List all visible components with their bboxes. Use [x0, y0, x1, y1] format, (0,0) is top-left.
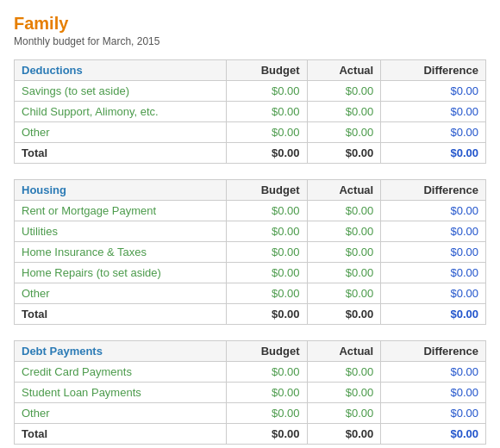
row-label-housing-0: Rent or Mortgage Payment [15, 201, 227, 221]
total-label-housing: Total [15, 304, 227, 325]
col-housing-0: Budget [227, 180, 307, 201]
row-budget-housing-0: $0.00 [227, 201, 307, 221]
row-difference-housing-4: $0.00 [381, 283, 486, 304]
total-budget-debt-payments: $0.00 [227, 424, 307, 445]
row-actual-debt-payments-2: $0.00 [307, 403, 381, 424]
row-actual-housing-1: $0.00 [307, 221, 381, 242]
total-actual-debt-payments: $0.00 [307, 424, 381, 445]
row-actual-deductions-0: $0.00 [307, 81, 381, 102]
row-actual-deductions-1: $0.00 [307, 102, 381, 122]
row-budget-debt-payments-0: $0.00 [227, 362, 307, 383]
table-row: Utilities$0.00$0.00$0.00 [15, 221, 486, 242]
total-budget-housing: $0.00 [227, 304, 307, 325]
row-actual-debt-payments-0: $0.00 [307, 362, 381, 383]
row-budget-housing-4: $0.00 [227, 283, 307, 304]
row-difference-debt-payments-2: $0.00 [381, 403, 486, 424]
row-actual-housing-4: $0.00 [307, 283, 381, 304]
table-row: Credit Card Payments$0.00$0.00$0.00 [15, 362, 486, 383]
row-budget-deductions-1: $0.00 [227, 102, 307, 122]
col-deductions-1: Actual [307, 60, 381, 81]
total-actual-housing: $0.00 [307, 304, 381, 325]
col-debt-payments-1: Actual [307, 341, 381, 362]
row-budget-housing-1: $0.00 [227, 221, 307, 242]
table-row: Other$0.00$0.00$0.00 [15, 122, 486, 143]
section-housing-header: Housing [15, 180, 227, 201]
table-row: Other$0.00$0.00$0.00 [15, 403, 486, 424]
total-row-deductions: Total$0.00$0.00$0.00 [15, 143, 486, 164]
row-difference-housing-3: $0.00 [381, 263, 486, 283]
row-label-housing-1: Utilities [15, 221, 227, 242]
row-label-deductions-1: Child Support, Alimony, etc. [15, 102, 227, 122]
total-difference-housing: $0.00 [381, 304, 486, 325]
row-difference-deductions-0: $0.00 [381, 81, 486, 102]
table-row: Student Loan Payments$0.00$0.00$0.00 [15, 383, 486, 403]
row-difference-debt-payments-1: $0.00 [381, 383, 486, 403]
row-budget-housing-3: $0.00 [227, 263, 307, 283]
row-actual-deductions-2: $0.00 [307, 122, 381, 143]
row-difference-housing-2: $0.00 [381, 242, 486, 263]
col-debt-payments-0: Budget [227, 341, 307, 362]
col-debt-payments-2: Difference [381, 341, 486, 362]
table-row: Savings (to set aside)$0.00$0.00$0.00 [15, 81, 486, 102]
row-budget-deductions-2: $0.00 [227, 122, 307, 143]
row-difference-deductions-2: $0.00 [381, 122, 486, 143]
subtitle: Monthly budget for March, 2015 [14, 35, 486, 47]
total-difference-deductions: $0.00 [381, 143, 486, 164]
row-budget-deductions-0: $0.00 [227, 81, 307, 102]
section-debt-payments-header: Debt Payments [15, 341, 227, 362]
section-deductions-header: Deductions [15, 60, 227, 81]
total-row-debt-payments: Total$0.00$0.00$0.00 [15, 424, 486, 445]
row-label-deductions-2: Other [15, 122, 227, 143]
row-budget-debt-payments-1: $0.00 [227, 383, 307, 403]
row-actual-housing-0: $0.00 [307, 201, 381, 221]
table-row: Home Repairs (to set aside)$0.00$0.00$0.… [15, 263, 486, 283]
section-housing: HousingBudgetActualDifferenceRent or Mor… [14, 179, 486, 325]
row-label-housing-3: Home Repairs (to set aside) [15, 263, 227, 283]
total-actual-deductions: $0.00 [307, 143, 381, 164]
col-housing-1: Actual [307, 180, 381, 201]
row-label-debt-payments-0: Credit Card Payments [15, 362, 227, 383]
row-label-debt-payments-2: Other [15, 403, 227, 424]
row-actual-housing-2: $0.00 [307, 242, 381, 263]
total-label-deductions: Total [15, 143, 227, 164]
row-budget-housing-2: $0.00 [227, 242, 307, 263]
row-actual-debt-payments-1: $0.00 [307, 383, 381, 403]
col-deductions-0: Budget [227, 60, 307, 81]
total-difference-debt-payments: $0.00 [381, 424, 486, 445]
section-debt-payments: Debt PaymentsBudgetActualDifferenceCredi… [14, 340, 486, 445]
row-difference-debt-payments-0: $0.00 [381, 362, 486, 383]
total-label-debt-payments: Total [15, 424, 227, 445]
row-actual-housing-3: $0.00 [307, 263, 381, 283]
total-budget-deductions: $0.00 [227, 143, 307, 164]
table-row: Home Insurance & Taxes$0.00$0.00$0.00 [15, 242, 486, 263]
row-difference-housing-1: $0.00 [381, 221, 486, 242]
row-label-housing-4: Other [15, 283, 227, 304]
col-deductions-2: Difference [381, 60, 486, 81]
row-label-housing-2: Home Insurance & Taxes [15, 242, 227, 263]
table-row: Rent or Mortgage Payment$0.00$0.00$0.00 [15, 201, 486, 221]
col-housing-2: Difference [381, 180, 486, 201]
row-difference-deductions-1: $0.00 [381, 102, 486, 122]
table-row: Other$0.00$0.00$0.00 [15, 283, 486, 304]
section-deductions: DeductionsBudgetActualDifferenceSavings … [14, 59, 486, 164]
page-title: Family [14, 14, 486, 34]
row-budget-debt-payments-2: $0.00 [227, 403, 307, 424]
row-label-deductions-0: Savings (to set aside) [15, 81, 227, 102]
total-row-housing: Total$0.00$0.00$0.00 [15, 304, 486, 325]
row-label-debt-payments-1: Student Loan Payments [15, 383, 227, 403]
table-row: Child Support, Alimony, etc.$0.00$0.00$0… [15, 102, 486, 122]
row-difference-housing-0: $0.00 [381, 201, 486, 221]
